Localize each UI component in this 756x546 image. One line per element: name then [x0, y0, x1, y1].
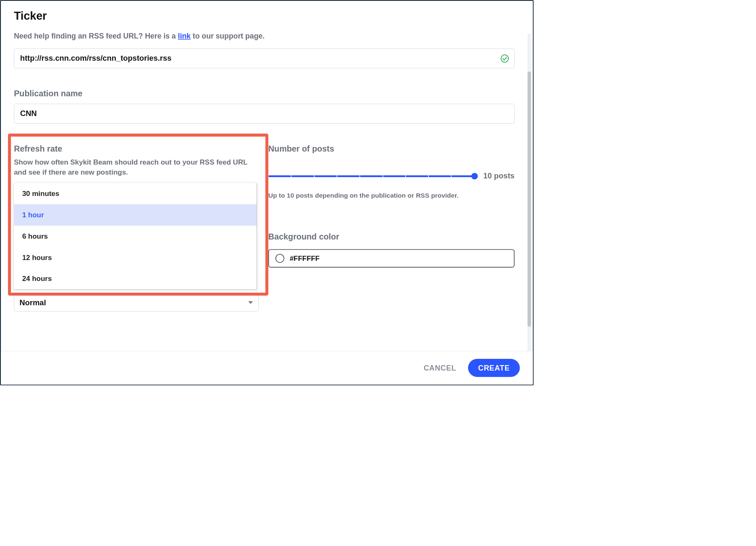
refresh-option-6hours[interactable]: 6 hours [14, 226, 256, 247]
modal-footer: CANCEL CREATE [1, 351, 533, 384]
bgcolor-label: Background color [268, 232, 514, 242]
bgcolor-swatch-icon [275, 254, 284, 263]
rss-help-prefix: Need help finding an RSS feed URL? Here … [14, 32, 178, 40]
valid-check-icon [500, 54, 509, 63]
posts-slider-row: 10 posts [268, 171, 514, 180]
speed-select-value: Normal [20, 298, 46, 307]
modal-title: Ticker [1, 1, 533, 26]
publication-field-wrap [14, 104, 515, 124]
posts-label: Number of posts [268, 144, 514, 154]
cancel-button[interactable]: CANCEL [421, 359, 459, 377]
scroll-area: RSS feed URL Need help finding an RSS fe… [1, 28, 528, 355]
refresh-option-1hour[interactable]: 1 hour [14, 204, 256, 226]
publication-label: Publication name [14, 89, 515, 99]
speed-select[interactable]: Normal [14, 294, 259, 312]
refresh-col: Refresh rate Show how often Skykit Beam … [14, 144, 256, 290]
posts-slider[interactable] [268, 175, 474, 177]
refresh-option-12hours[interactable]: 12 hours [14, 247, 256, 268]
refresh-option-30min[interactable]: 30 minutes [14, 183, 256, 204]
bgcolor-input[interactable] [290, 254, 507, 263]
create-button[interactable]: CREATE [468, 359, 520, 377]
posts-hint: Up to 10 posts depending on the publicat… [268, 192, 514, 199]
rss-help-suffix: to our support page. [191, 32, 265, 40]
rss-help-link[interactable]: link [178, 32, 190, 40]
posts-col: Number of posts 10 posts [268, 144, 514, 290]
rss-url-field-wrap [14, 49, 515, 68]
bgcolor-input-wrap[interactable] [268, 249, 514, 268]
refresh-description: Show how often Skykit Beam should reach … [14, 157, 256, 177]
scrollbar-vertical[interactable] [528, 33, 531, 352]
posts-value-text: 10 posts [483, 171, 514, 180]
svg-point-0 [501, 55, 509, 62]
publication-input[interactable] [14, 104, 515, 124]
modal-frame: Ticker RSS feed URL Need help finding an… [0, 0, 534, 386]
posts-slider-thumb[interactable] [471, 173, 478, 180]
refresh-option-24hours[interactable]: 24 hours [14, 268, 256, 289]
scrollbar-thumb[interactable] [528, 72, 531, 327]
refresh-label: Refresh rate [14, 144, 256, 154]
settings-row: Refresh rate Show how often Skykit Beam … [14, 144, 515, 290]
rss-help-text: Need help finding an RSS feed URL? Here … [14, 32, 515, 40]
refresh-dropdown-menu[interactable]: 30 minutes 1 hour 6 hours 12 hours 24 ho… [14, 183, 256, 289]
chevron-down-icon [248, 301, 253, 304]
rss-url-input[interactable] [14, 49, 515, 68]
